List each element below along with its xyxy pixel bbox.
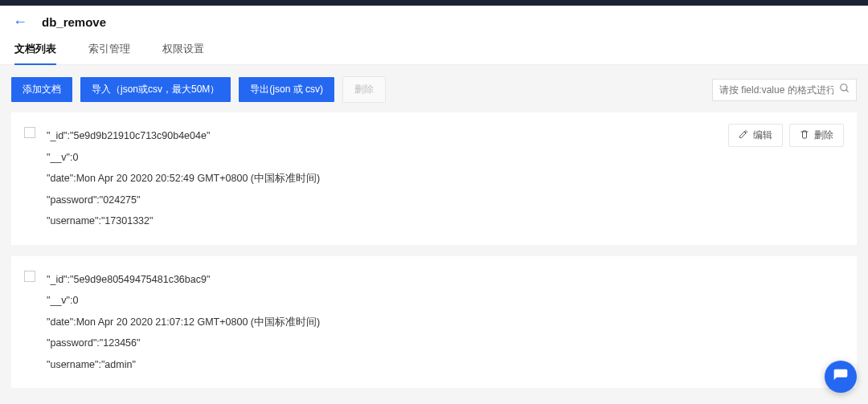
pencil-icon <box>739 129 748 141</box>
row-delete-button[interactable]: 删除 <box>789 124 844 147</box>
doc-field: "date":Mon Apr 20 2020 21:07:12 GMT+0800… <box>47 312 844 333</box>
search-input[interactable] <box>712 79 857 101</box>
card-actions: 编辑 删除 <box>728 124 844 147</box>
doc-field: "_id":"5e9d9b21910c713c90b4e04e" <box>47 125 844 147</box>
window-top-strip <box>0 0 868 6</box>
delete-label: 删除 <box>814 129 833 142</box>
edit-button[interactable]: 编辑 <box>728 124 783 147</box>
back-arrow-icon[interactable]: ← <box>13 14 27 31</box>
tab-indexes[interactable]: 索引管理 <box>88 35 130 64</box>
content-area: 添加文档 导入（json或csv，最大50M） 导出(json 或 csv) 删… <box>0 65 868 404</box>
doc-field: "username":"17301332" <box>47 210 844 232</box>
row-checkbox[interactable] <box>24 127 35 138</box>
document-row: "_id":"5e9d9b21910c713c90b4e04e" "__v":0… <box>24 125 844 232</box>
doc-field: "__v":0 <box>47 147 844 169</box>
trash-icon <box>800 129 809 141</box>
doc-field: "password":"024275" <box>47 190 844 211</box>
chat-fab[interactable] <box>825 361 857 393</box>
doc-field: "__v":0 <box>47 290 844 312</box>
header: ← db_remove <box>0 6 868 35</box>
tab-documents[interactable]: 文档列表 <box>14 35 56 65</box>
doc-field: "_id":"5e9d9e80549475481c36bac9" <box>47 269 844 291</box>
edit-label: 编辑 <box>753 129 772 142</box>
document-row: "_id":"5e9d9e80549475481c36bac9" "__v":0… <box>24 269 844 376</box>
export-button[interactable]: 导出(json 或 csv) <box>239 77 334 102</box>
page-title: db_remove <box>42 15 106 29</box>
tab-permissions[interactable]: 权限设置 <box>162 35 204 64</box>
doc-field: "date":Mon Apr 20 2020 20:52:49 GMT+0800… <box>47 168 844 190</box>
document-body: "_id":"5e9d9e80549475481c36bac9" "__v":0… <box>47 269 844 376</box>
doc-field: "username":"admin" <box>47 354 844 376</box>
doc-field: "password":"123456" <box>47 333 844 354</box>
toolbar: 添加文档 导入（json或csv，最大50M） 导出(json 或 csv) 删… <box>11 76 857 103</box>
page: ← db_remove 文档列表 索引管理 权限设置 添加文档 导入（json或… <box>0 6 868 404</box>
add-document-button[interactable]: 添加文档 <box>11 77 72 102</box>
search-wrap <box>712 79 857 101</box>
delete-button: 删除 <box>342 76 386 103</box>
row-checkbox[interactable] <box>24 271 35 282</box>
tab-bar: 文档列表 索引管理 权限设置 <box>0 35 868 65</box>
chat-icon <box>833 368 849 386</box>
document-body: "_id":"5e9d9b21910c713c90b4e04e" "__v":0… <box>47 125 844 232</box>
import-button[interactable]: 导入（json或csv，最大50M） <box>80 77 231 102</box>
document-card: 编辑 删除 "_id":"5e9d9b21910c713c90b4e04e" "… <box>11 112 857 245</box>
document-card: "_id":"5e9d9e80549475481c36bac9" "__v":0… <box>11 256 857 389</box>
